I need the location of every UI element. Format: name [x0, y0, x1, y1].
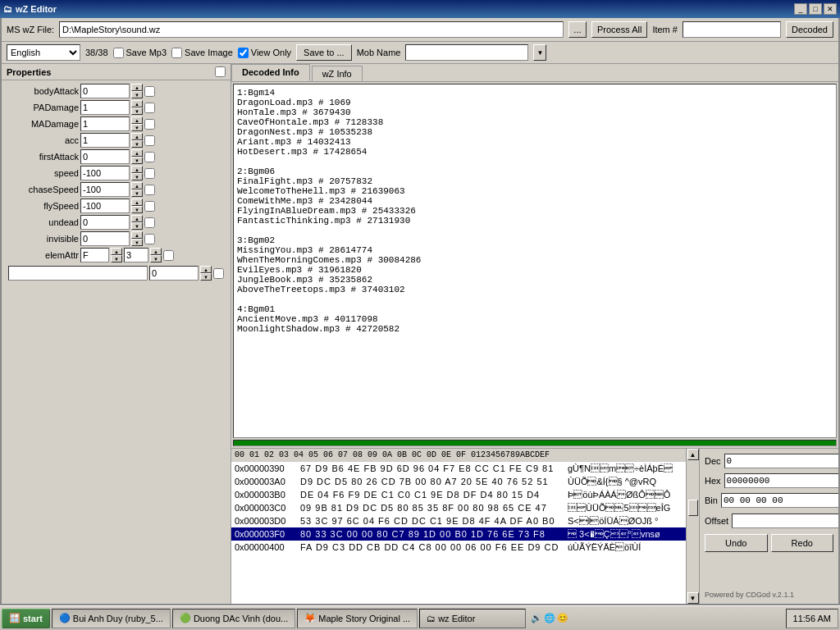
redo-button[interactable]: Redo: [771, 534, 834, 552]
spin-up-elemattr-num[interactable]: ▲: [150, 248, 162, 255]
offset-input[interactable]: [732, 514, 838, 528]
prop-check-padamage[interactable]: [144, 103, 155, 113]
taskbar-item-3[interactable]: 🗂 wz Editor: [419, 609, 526, 628]
prop-check-undead[interactable]: [144, 217, 155, 228]
dec-input[interactable]: [724, 454, 838, 468]
prop-check-bottom[interactable]: [213, 268, 224, 279]
hex-scrollbar: ▲ ▼: [686, 449, 699, 604]
prop-check-invisible[interactable]: [144, 234, 155, 244]
spin-down-acc[interactable]: ▼: [131, 140, 143, 148]
prop-label-invisible: invisible: [5, 234, 79, 244]
tab-decoded-info[interactable]: Decoded Info: [231, 64, 310, 81]
taskbar-item-1[interactable]: 🟢 Duong DAc Vinh (dou...: [172, 609, 295, 628]
undo-redo-row: Undo Redo: [705, 534, 833, 552]
spin-down-firstattack[interactable]: ▼: [131, 157, 143, 164]
spin-up-padamage[interactable]: ▲: [131, 100, 143, 107]
browse-button[interactable]: ...: [568, 21, 587, 38]
spin-up-chasespeed[interactable]: ▲: [131, 182, 143, 189]
close-button[interactable]: ✕: [824, 3, 837, 15]
prop-check-flyspeed[interactable]: [144, 201, 155, 212]
save-to-button[interactable]: Save to ...: [296, 44, 352, 61]
prop-input-acc[interactable]: [80, 133, 130, 148]
prop-input-flyspeed[interactable]: [80, 199, 130, 213]
spin-down-madamage[interactable]: ▼: [131, 124, 143, 131]
spin-up-elemattr[interactable]: ▲: [111, 248, 122, 255]
hex-row[interactable]: 0x0000039067 D9 B6 4E FB 9D 6D 96 04 F7 …: [231, 462, 686, 475]
ms-wz-path-input[interactable]: [59, 21, 564, 38]
spin-up-madamage[interactable]: ▲: [131, 116, 143, 124]
prop-check-speed[interactable]: [144, 168, 155, 179]
prop-check-madamage[interactable]: [144, 119, 155, 130]
bottom-text-input[interactable]: [8, 266, 148, 281]
prop-check-chasespeed[interactable]: [144, 185, 155, 195]
tab-wz-info[interactable]: wZ Info: [312, 66, 363, 81]
prop-input-firstattack[interactable]: [80, 149, 130, 164]
prop-check-firstattack[interactable]: [144, 152, 155, 162]
spin-down-invisible[interactable]: ▼: [131, 239, 143, 246]
prop-check-bodyattack[interactable]: [144, 86, 155, 97]
prop-input-speed[interactable]: [80, 166, 130, 180]
bottom-num-input[interactable]: [149, 266, 199, 281]
prop-input-madamage[interactable]: [80, 116, 130, 131]
hex-row[interactable]: 0x00000400FA D9 C3 DD CB DD C4 C8 00 00 …: [231, 541, 686, 554]
spin-up-speed[interactable]: ▲: [131, 166, 143, 173]
decoded-button[interactable]: Decoded: [786, 21, 833, 38]
hex-row[interactable]: 0x000003B0DE 04 F6 F9 DE C1 C0 C1 9E D8 …: [231, 488, 686, 501]
mob-name-dropdown[interactable]: ▼: [533, 44, 546, 61]
spin-down-flyspeed[interactable]: ▼: [131, 206, 143, 213]
ms-wz-file-label: MS wZ File:: [7, 25, 54, 34]
spin-up-bottom[interactable]: ▲: [200, 266, 212, 273]
hex-row[interactable]: 0x000003C009 9B 81 D9 DC D5 80 85 35 8F …: [231, 501, 686, 514]
prop-input-invisible[interactable]: [80, 231, 130, 246]
hex-body[interactable]: 0x0000039067 D9 B6 4E FB 9D 6D 96 04 F7 …: [231, 462, 686, 604]
spin-up-flyspeed[interactable]: ▲: [131, 199, 143, 206]
taskbar-item-0[interactable]: 🔵 Bui Anh Duy (ruby_5...: [52, 609, 171, 628]
hex-scroll-down[interactable]: ▼: [687, 592, 699, 604]
prop-input-undead[interactable]: [80, 215, 130, 230]
prop-input-padamage[interactable]: [80, 100, 130, 115]
mob-name-input[interactable]: [405, 44, 528, 61]
bin-input[interactable]: [721, 493, 838, 508]
start-button[interactable]: 🪟 start: [2, 609, 50, 628]
maximize-button[interactable]: □: [809, 3, 822, 15]
prop-check-elemattr[interactable]: [163, 250, 174, 261]
hex-scroll-up[interactable]: ▲: [687, 449, 699, 460]
spin-up-firstattack[interactable]: ▲: [131, 149, 143, 157]
spin-down-chasespeed[interactable]: ▼: [131, 189, 143, 197]
hex-row[interactable]: 0x000003A0D9 DC D5 80 26 CD 7B 00 80 A7 …: [231, 475, 686, 488]
properties-checkbox[interactable]: [215, 66, 226, 77]
spin-down-bodyattack[interactable]: ▼: [131, 91, 143, 98]
spin-up-bodyattack[interactable]: ▲: [131, 84, 143, 91]
save-image-checkbox[interactable]: [171, 48, 182, 58]
spin-up-acc[interactable]: ▲: [131, 133, 143, 140]
minimize-button[interactable]: _: [794, 3, 807, 15]
prop-input-elemattr[interactable]: [80, 248, 109, 262]
hex-bytes: 67 D9 B6 4E FB 9D 6D 96 04 F7 E8 CC C1 F…: [300, 463, 568, 473]
hex-row[interactable]: 0x000003F080 33 3C 00 00 80 C7 89 1D 00 …: [231, 527, 686, 541]
spin-down-elemattr[interactable]: ▼: [111, 255, 122, 262]
spin-up-invisible[interactable]: ▲: [131, 231, 143, 239]
title-text: 🗂 wZ Editor: [3, 4, 57, 14]
hex-input[interactable]: [724, 473, 838, 488]
undo-button[interactable]: Undo: [705, 534, 768, 552]
start-icon: 🪟: [9, 613, 21, 623]
language-select[interactable]: English: [7, 44, 80, 61]
spin-down-padamage[interactable]: ▼: [131, 107, 143, 115]
item-hash-input[interactable]: [682, 21, 781, 38]
prop-input-elemattr-num[interactable]: [124, 248, 148, 262]
spin-down-elemattr-num[interactable]: ▼: [150, 255, 162, 262]
decoded-content[interactable]: 1:Bgm14 DragonLoad.mp3 # 1069 HonTale.mp…: [233, 84, 837, 438]
spin-down-speed[interactable]: ▼: [131, 173, 143, 180]
prop-check-acc[interactable]: [144, 135, 155, 146]
hex-scroll-thumb[interactable]: [688, 500, 698, 516]
view-only-checkbox[interactable]: [238, 48, 249, 58]
prop-input-chasespeed[interactable]: [80, 182, 130, 197]
spin-up-undead[interactable]: ▲: [131, 215, 143, 222]
spin-down-bottom[interactable]: ▼: [200, 273, 212, 281]
hex-row[interactable]: 0x000003D053 3C 97 6C 04 F6 CD DC C1 9E …: [231, 514, 686, 527]
spin-down-undead[interactable]: ▼: [131, 222, 143, 230]
prop-input-bodyattack[interactable]: [80, 84, 130, 98]
process-all-button[interactable]: Process All: [591, 21, 647, 38]
taskbar-item-2[interactable]: 🦊 Maple Story Original ...: [297, 609, 418, 628]
save-mp3-checkbox[interactable]: [113, 48, 124, 58]
